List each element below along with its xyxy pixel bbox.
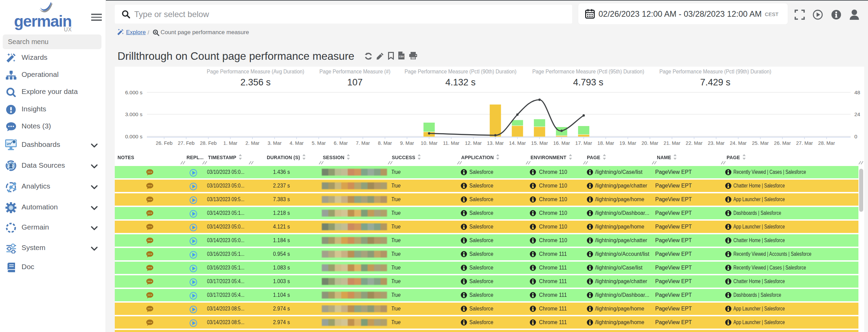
svg-text:27. Feb: 27. Feb [178, 140, 195, 146]
svg-text:28. Mar: 28. Mar [818, 140, 835, 146]
svg-text:15. Mar: 15. Mar [531, 140, 548, 146]
svg-text:10. Mar: 10. Mar [421, 140, 438, 146]
svg-text:48: 48 [854, 89, 860, 95]
svg-text:23. Mar: 23. Mar [708, 140, 725, 146]
svg-text:18. Mar: 18. Mar [597, 140, 614, 146]
svg-text:21. Mar: 21. Mar [664, 140, 680, 146]
svg-text:UX: UX [64, 27, 72, 32]
svg-text:11. Mar: 11. Mar [443, 140, 459, 146]
svg-text:3. Mar: 3. Mar [267, 140, 281, 146]
svg-text:26. Feb: 26. Feb [156, 140, 173, 146]
svg-text:6.000 s: 6.000 s [125, 89, 142, 95]
svg-text:0: 0 [854, 134, 857, 139]
svg-text:24: 24 [854, 111, 860, 117]
svg-text:9. Mar: 9. Mar [400, 140, 414, 146]
svg-text:0.000 s: 0.000 s [125, 134, 142, 139]
svg-text:19. Mar: 19. Mar [619, 140, 636, 146]
svg-text:12. Mar: 12. Mar [465, 140, 482, 146]
svg-text:3.000 s: 3.000 s [125, 111, 142, 117]
svg-text:germain: germain [14, 12, 71, 30]
svg-text:22. Mar: 22. Mar [686, 140, 702, 146]
svg-text:1. Mar: 1. Mar [223, 140, 237, 146]
svg-text:27. Mar: 27. Mar [796, 140, 813, 146]
svg-text:26. Mar: 26. Mar [774, 140, 791, 146]
svg-text:13. Mar: 13. Mar [487, 140, 504, 146]
svg-text:25. Mar: 25. Mar [752, 140, 769, 146]
svg-text:6. Mar: 6. Mar [334, 140, 348, 146]
svg-text:CSV: CSV [399, 55, 404, 58]
svg-text:28. Feb: 28. Feb [200, 140, 217, 146]
svg-text:17. Mar: 17. Mar [575, 140, 592, 146]
svg-text:14. Mar: 14. Mar [509, 140, 526, 146]
svg-text:16. Mar: 16. Mar [553, 140, 570, 146]
svg-text:8. Mar: 8. Mar [378, 140, 392, 146]
svg-text:20. Mar: 20. Mar [642, 140, 658, 146]
svg-text:7. Mar: 7. Mar [356, 140, 370, 146]
svg-text:24. Mar: 24. Mar [730, 140, 747, 146]
svg-text:2. Mar: 2. Mar [246, 140, 260, 146]
svg-text:5. Mar: 5. Mar [312, 140, 326, 146]
svg-text:4. Mar: 4. Mar [290, 140, 304, 146]
